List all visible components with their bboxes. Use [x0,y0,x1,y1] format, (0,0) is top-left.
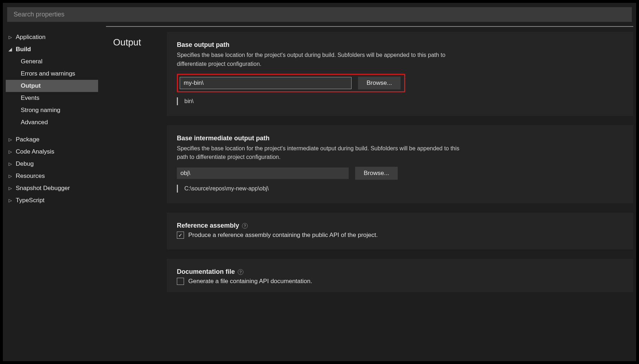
help-icon[interactable]: ? [242,223,248,229]
sidebar-item-label: Errors and warnings [21,70,75,77]
settings-panel: Base output path Specifies the base loca… [167,27,633,301]
sidebar-item-label: Debug [16,160,34,168]
sidebar-item-typescript[interactable]: ▷ TypeScript [6,194,106,207]
base-output-hint: bin\ [177,97,623,105]
sidebar-item-events[interactable]: Events [6,92,106,104]
sidebar-item-output[interactable]: Output [6,80,98,92]
base-output-block: Base output path Specifies the base loca… [167,32,633,116]
chevron-down-icon: ◢ [9,47,14,52]
documentation-checkbox-row[interactable]: Generate a file containing API documenta… [177,278,623,285]
sidebar-item-advanced[interactable]: Advanced [6,116,106,128]
sidebar-item-code-analysis[interactable]: ▷ Code Analysis [6,146,106,158]
reference-assembly-title-text: Reference assembly [177,222,239,229]
sidebar-item-label: Events [21,94,39,102]
sidebar-item-strong-naming[interactable]: Strong naming [6,104,106,116]
reference-assembly-block: Reference assembly ? ✓ Produce a referen… [167,213,633,249]
main-area: ▷ Application ◢ Build General Errors and… [3,26,636,301]
sidebar-item-package[interactable]: ▷ Package [6,134,106,146]
reference-assembly-checkbox[interactable]: ✓ [177,232,184,239]
search-bar [7,7,632,22]
sidebar-item-snapshot-debugger[interactable]: ▷ Snapshot Debugger [6,182,106,194]
base-output-input[interactable] [180,77,352,89]
documentation-block: Documentation file ? Generate a file con… [167,259,633,292]
sidebar-item-label: TypeScript [16,197,44,204]
intermediate-input[interactable] [177,168,349,179]
sidebar-item-debug[interactable]: ▷ Debug [6,158,106,170]
intermediate-title: Base intermediate output path [177,135,623,142]
base-output-desc: Specifies the base location for the proj… [177,51,470,69]
base-output-row: Browse... [177,74,405,92]
sidebar-item-label: Snapshot Debugger [16,185,70,192]
sidebar-item-general[interactable]: General [6,55,106,68]
sidebar: ▷ Application ◢ Build General Errors and… [6,26,106,301]
intermediate-block: Base intermediate output path Specifies … [167,125,633,204]
documentation-checkbox-label: Generate a file containing API documenta… [188,278,312,285]
sidebar-item-label: Resources [16,173,45,180]
intermediate-row: Browse... [177,167,623,180]
help-icon[interactable]: ? [238,269,243,275]
sidebar-item-application[interactable]: ▷ Application [6,31,106,43]
sidebar-item-label: Output [21,82,41,89]
sidebar-item-label: General [21,58,42,65]
base-output-title: Base output path [177,41,623,49]
sidebar-item-label: Application [16,34,45,41]
reference-assembly-title: Reference assembly ? [177,222,623,229]
sidebar-item-label: Advanced [21,119,48,126]
sidebar-item-label: Strong naming [21,107,60,114]
documentation-checkbox[interactable] [177,278,184,285]
page-title: Output [106,27,167,301]
sidebar-item-label: Code Analysis [16,148,54,155]
chevron-right-icon: ▷ [9,35,14,40]
base-output-browse-button[interactable]: Browse... [358,77,401,89]
chevron-right-icon: ▷ [9,161,14,166]
sidebar-item-label: Package [16,136,39,143]
search-input[interactable] [14,11,625,18]
intermediate-desc: Specifies the base location for the proj… [177,144,470,162]
content: Output Base output path Specifies the ba… [106,26,633,301]
chevron-right-icon: ▷ [9,149,14,154]
documentation-title: Documentation file ? [177,268,623,276]
sidebar-item-label: Build [16,46,31,53]
intermediate-hint: C:\source\repos\my-new-app\obj\ [177,185,623,193]
chevron-right-icon: ▷ [9,186,14,191]
reference-assembly-checkbox-row[interactable]: ✓ Produce a reference assembly containin… [177,232,623,239]
sidebar-item-build[interactable]: ◢ Build [6,43,106,55]
chevron-right-icon: ▷ [9,137,14,142]
sidebar-item-errors-warnings[interactable]: Errors and warnings [6,68,106,80]
reference-assembly-checkbox-label: Produce a reference assembly containing … [188,232,378,239]
chevron-right-icon: ▷ [9,174,14,179]
documentation-title-text: Documentation file [177,268,235,276]
intermediate-browse-button[interactable]: Browse... [355,167,398,180]
chevron-right-icon: ▷ [9,198,14,203]
sidebar-item-resources[interactable]: ▷ Resources [6,170,106,182]
